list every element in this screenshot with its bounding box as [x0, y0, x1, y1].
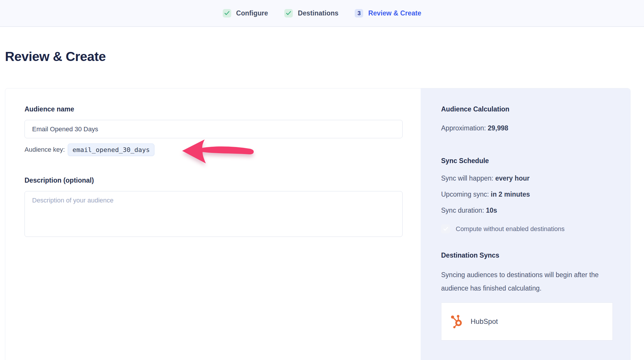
compute-checkbox-row: Compute without enabled destinations	[441, 224, 613, 233]
step-destinations[interactable]: Destinations	[284, 9, 338, 18]
approximation-label: Approximation:	[441, 124, 486, 132]
page-title: Review & Create	[5, 49, 644, 64]
step-review-create-label: Review & Create	[368, 9, 421, 17]
audience-name-label: Audience name	[25, 105, 403, 113]
step-review-create[interactable]: 3 Review & Create	[355, 9, 421, 18]
upcoming-sync-line: Upcoming sync: in 2 minutes	[441, 191, 613, 198]
sync-duration-value: 10s	[486, 207, 497, 214]
review-card: Audience name Audience key: email_opened…	[5, 88, 631, 360]
sync-duration-line: Sync duration: 10s	[441, 207, 613, 214]
sync-frequency-label: Sync will happen:	[441, 174, 493, 182]
check-icon	[223, 9, 231, 18]
step-configure[interactable]: Configure	[223, 9, 268, 18]
summary-panel: Audience Calculation Approximation: 29,9…	[421, 88, 631, 360]
audience-calculation-heading: Audience Calculation	[441, 105, 613, 113]
destination-name: HubSpot	[471, 317, 498, 326]
audience-key-value: email_opened_30_days	[68, 144, 154, 156]
description-textarea[interactable]	[25, 191, 403, 237]
destination-syncs-description: Syncing audiences to destinations will b…	[441, 268, 610, 295]
description-label: Description (optional)	[25, 176, 403, 184]
step-number-badge: 3	[355, 9, 363, 18]
sync-frequency-value: every hour	[495, 174, 530, 182]
sync-duration-label: Sync duration:	[441, 207, 484, 214]
compute-checkbox-label: Compute without enabled destinations	[456, 225, 565, 233]
audience-form-section: Audience name Audience key: email_opened…	[5, 88, 421, 360]
wizard-stepper: Configure Destinations 3 Review & Create	[0, 0, 644, 27]
approximation-line: Approximation: 29,998	[441, 124, 613, 132]
hubspot-logo-icon	[451, 314, 463, 328]
audience-key-label: Audience key:	[25, 146, 65, 153]
compute-checkbox[interactable]	[441, 224, 450, 233]
check-icon	[284, 9, 293, 18]
step-destinations-label: Destinations	[298, 9, 338, 17]
audience-name-input[interactable]	[25, 120, 403, 138]
upcoming-sync-label: Upcoming sync:	[441, 191, 489, 198]
step-configure-label: Configure	[236, 9, 268, 17]
destination-card-hubspot[interactable]: HubSpot	[441, 303, 613, 340]
sync-frequency-line: Sync will happen: every hour	[441, 174, 613, 182]
sync-schedule-heading: Sync Schedule	[441, 157, 613, 165]
audience-key-row: Audience key: email_opened_30_days	[25, 143, 403, 157]
upcoming-sync-value: in 2 minutes	[491, 191, 530, 198]
approximation-value: 29,998	[488, 124, 508, 132]
destination-syncs-heading: Destination Syncs	[441, 251, 613, 259]
